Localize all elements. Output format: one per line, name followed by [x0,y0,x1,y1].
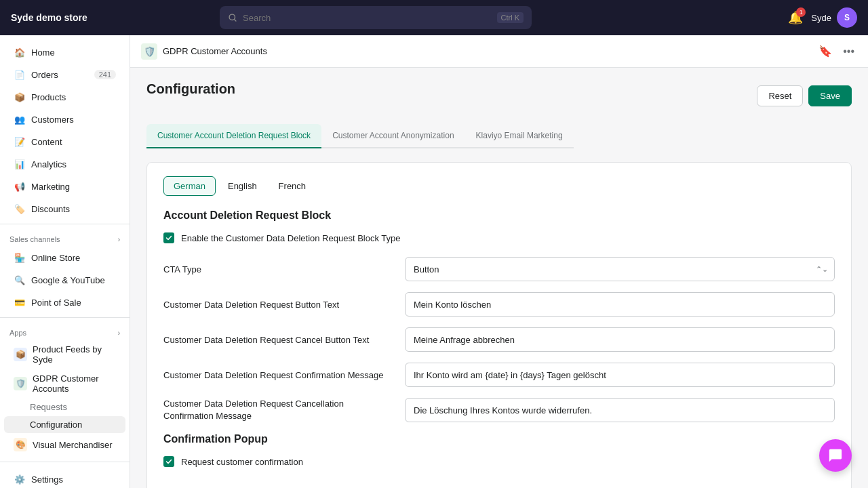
lang-tab-german[interactable]: German [163,176,216,196]
page-actions: Reset Save [757,85,852,106]
cancellation-message-input[interactable] [405,398,835,422]
cta-type-select[interactable]: Button Link [405,257,835,281]
enable-checkbox[interactable] [163,232,174,243]
sidebar-item-analytics[interactable]: 📊 Analytics [4,153,125,175]
save-button[interactable]: Save [808,85,852,106]
apps-label: Apps [9,329,26,337]
cta-type-label: CTA Type [163,264,394,274]
main-content: 🛡️ GDPR Customer Accounts 🔖 ••• Configur… [130,35,868,488]
sidebar-item-online-store[interactable]: 🏪 Online Store [4,247,125,268]
sidebar-item-orders[interactable]: 📄 Orders 241 [4,64,125,85]
request-confirmation-checkbox[interactable] [163,456,174,467]
sidebar-item-settings[interactable]: ⚙️ Settings [4,468,125,488]
app-header: 🛡️ GDPR Customer Accounts 🔖 ••• [130,35,868,68]
chat-bubble[interactable] [819,439,852,472]
apps-arrow: › [118,329,120,337]
search-input[interactable] [243,13,492,23]
reset-button[interactable]: Reset [757,85,803,106]
sidebar-item-discounts[interactable]: 🏷️ Discounts [4,198,125,220]
topbar-right: 🔔 1 Syde S [788,7,857,28]
online-store-icon: 🏪 [14,251,26,264]
sidebar-sub-requests[interactable]: Requests [4,399,125,415]
search-bar[interactable]: Ctrl K [220,6,532,29]
google-youtube-icon: 🔍 [14,274,26,286]
content-icon: 📝 [14,136,26,148]
customers-icon: 👥 [14,113,26,125]
notifications-button[interactable]: 🔔 1 [788,10,803,25]
sidebar-item-point-of-sale[interactable]: 💳 Point of Sale [4,291,125,313]
app-header-right: 🔖 ••• [816,42,857,60]
chat-icon [828,448,843,463]
tab-klaviyo[interactable]: Klaviyo Email Marketing [465,124,574,148]
gdpr-icon: 🛡️ [14,377,27,390]
confirmation-popup-title: Confirmation Popup [163,433,835,445]
sidebar-item-products[interactable]: 📦 Products [4,86,125,108]
sidebar-item-content[interactable]: 📝 Content [4,131,125,152]
checkmark-icon [165,235,172,241]
sidebar-label-configuration: Configuration [30,420,82,430]
app-header-left: 🛡️ GDPR Customer Accounts [141,43,267,60]
bookmark-button[interactable]: 🔖 [816,42,835,60]
tab-deletion-request[interactable]: Customer Account Deletion Request Block [146,124,321,148]
enable-checkbox-row: Enable the Customer Data Deletion Reques… [163,232,835,243]
app-header-title: GDPR Customer Accounts [163,46,267,56]
tab-anonymization[interactable]: Customer Account Anonymization [321,124,465,148]
sidebar-item-google-youtube[interactable]: 🔍 Google & YouTube [4,269,125,291]
app-header-icon: 🛡️ [141,43,157,60]
sidebar-label-home: Home [31,47,116,58]
sidebar-label-gdpr: GDPR Customer Accounts [33,373,116,394]
sidebar-label-discounts: Discounts [31,204,116,214]
marketing-icon: 📢 [14,180,26,192]
sidebar-item-visual-merchandiser[interactable]: 🎨 Visual Merchandiser [4,434,125,455]
discounts-icon: 🏷️ [14,203,26,215]
sidebar-divider-2 [0,317,130,318]
point-of-sale-icon: 💳 [14,296,26,308]
sidebar-label-visual-merchandiser: Visual Merchandiser [33,440,113,450]
confirmation-message-row: Customer Data Deletion Request Confirmat… [163,363,835,387]
sales-channels-section[interactable]: Sales channels › [0,228,130,246]
visual-merchandiser-icon: 🎨 [14,438,27,451]
sidebar-label-requests: Requests [30,402,67,412]
sidebar-label-google-youtube: Google & YouTube [31,275,116,285]
sidebar-item-customers[interactable]: 👥 Customers [4,108,125,130]
sidebar-label-marketing: Marketing [31,182,116,192]
sidebar-item-home[interactable]: 🏠 Home [4,41,125,63]
search-icon [228,13,237,22]
main-tabs: Customer Account Deletion Request Block … [146,124,852,148]
request-confirmation-row: Request customer confirmation [163,456,835,467]
sidebar-label-point-of-sale: Point of Sale [31,298,116,308]
more-options-button[interactable]: ••• [840,42,857,60]
sidebar-label-settings: Settings [31,474,116,485]
settings-icon: ⚙️ [14,473,26,485]
sidebar-item-gdpr[interactable]: 🛡️ GDPR Customer Accounts [4,369,125,398]
cta-type-row: CTA Type Button Link [163,257,835,281]
cancellation-message-label: Customer Data Deletion Request Cancellat… [163,398,394,422]
sidebar-label-customers: Customers [31,115,116,125]
user-menu[interactable]: Syde S [811,7,857,28]
sidebar-label-product-feeds: Product Feeds by Syde [33,344,116,365]
cancel-button-row: Customer Data Deletion Request Cancel Bu… [163,327,835,352]
product-feeds-icon: 📦 [14,348,27,361]
store-name: Syde demo store [11,12,87,23]
avatar: S [837,7,857,28]
lang-tab-english[interactable]: English [218,176,267,196]
sidebar-divider-1 [0,224,130,224]
sidebar-sub-configuration[interactable]: Configuration [4,416,125,433]
page-header-row: Configuration Reset Save [146,81,852,110]
sidebar-item-product-feeds[interactable]: 📦 Product Feeds by Syde [4,340,125,369]
sales-channels-arrow: › [118,236,120,243]
cta-type-select-wrapper: Button Link [405,257,835,281]
confirmation-message-input[interactable] [405,363,835,387]
sidebar-label-orders: Orders [31,70,89,80]
cancel-button-input[interactable] [405,327,835,352]
sidebar-label-products: Products [31,92,116,102]
lang-tab-french[interactable]: French [269,176,315,196]
lang-tabs: German English French [163,176,835,196]
button-text-label: Customer Data Deletion Request Button Te… [163,300,394,310]
sidebar-label-analytics: Analytics [31,159,116,169]
orders-badge: 241 [94,70,116,79]
apps-section[interactable]: Apps › [0,322,130,340]
sidebar-item-marketing[interactable]: 📢 Marketing [4,176,125,197]
checkmark-icon-2 [165,458,172,465]
button-text-input[interactable] [405,292,835,317]
